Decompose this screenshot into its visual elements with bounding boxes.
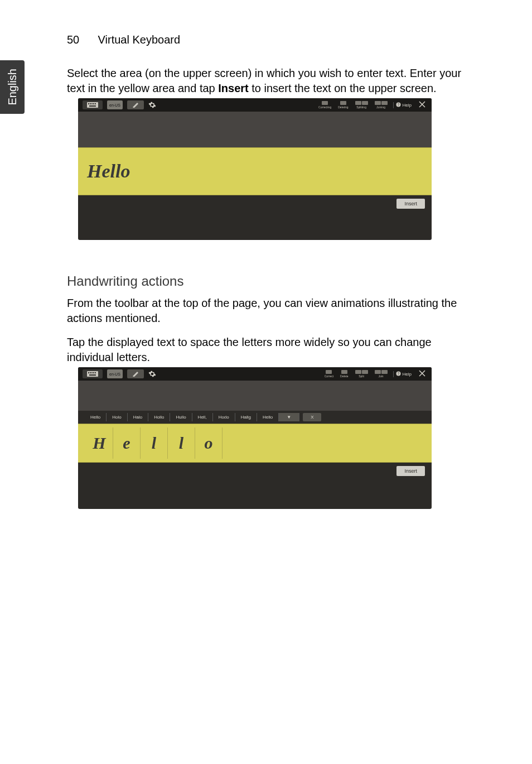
handwriting-input-area[interactable]: Hello <box>78 147 432 195</box>
help-icon-2: ? <box>396 371 401 377</box>
letter-cell[interactable]: l <box>168 427 195 459</box>
close-icon-2[interactable] <box>418 369 427 378</box>
section-title-handwriting-actions: Handwriting actions <box>67 273 183 289</box>
page-number: 50 <box>67 33 95 46</box>
action-joining-label: Joining <box>376 105 385 109</box>
svg-rect-6 <box>89 105 96 107</box>
handwritten-text: Hello <box>87 161 130 182</box>
action-deleting[interactable]: Deleting <box>337 101 349 109</box>
suggestion-item[interactable]: Hallg <box>235 413 257 421</box>
handwriting-empty-area[interactable] <box>304 424 432 463</box>
screenshot-handwriting-input: en-US Correcting Deleting Splitting Join… <box>78 98 432 240</box>
gear-icon[interactable] <box>148 101 156 109</box>
svg-rect-13 <box>90 372 91 373</box>
svg-rect-5 <box>95 103 96 104</box>
intro-text-2: to insert the text on the upper screen. <box>249 82 437 94</box>
svg-rect-15 <box>93 372 94 373</box>
language-button-2[interactable]: en-US <box>107 369 123 378</box>
action-join-label: Join <box>378 374 383 378</box>
action-splitting-label: Splitting <box>356 105 366 109</box>
letter-char: H <box>93 434 105 453</box>
suggestion-item[interactable]: Hodo <box>213 413 235 421</box>
svg-text:?: ? <box>397 371 399 375</box>
svg-rect-11 <box>87 371 98 377</box>
handwriting-toolbar-2: en-US Correct Delete Split Join ? He <box>78 367 432 381</box>
pen-mode-button-2[interactable] <box>127 369 144 378</box>
insert-button[interactable]: Insert <box>396 199 425 209</box>
suggestion-item[interactable]: Holo <box>107 413 127 421</box>
help-button-2[interactable]: ? Help <box>393 371 414 377</box>
para-tap-to-space: Tap the displayed text to space the lett… <box>67 335 465 365</box>
svg-rect-0 <box>87 102 98 108</box>
svg-rect-16 <box>95 372 96 373</box>
preview-area-2[interactable] <box>78 381 432 411</box>
suggestion-item[interactable]: Halo <box>128 413 148 421</box>
letter-char: l <box>152 434 156 453</box>
help-label: Help <box>403 103 412 108</box>
action-correcting[interactable]: Correcting <box>317 101 332 109</box>
screenshot-letter-spacing: en-US Correct Delete Split Join ? He <box>78 367 432 509</box>
suggestion-item[interactable]: Hell, <box>192 413 213 421</box>
letter-cell[interactable]: H <box>86 427 113 459</box>
letter-cell[interactable]: o <box>195 427 223 459</box>
preview-area[interactable] <box>78 112 432 147</box>
action-correct[interactable]: Correct <box>323 370 335 378</box>
action-delete-label: Delete <box>340 374 348 378</box>
page-header: 50 Virtual Keyboard <box>67 33 180 46</box>
action-joining[interactable]: Joining <box>374 101 389 109</box>
help-button[interactable]: ? Help <box>393 102 414 108</box>
intro-insert-bold: Insert <box>218 82 248 94</box>
action-split-label: Split <box>359 374 364 378</box>
action-deleting-label: Deleting <box>338 105 348 109</box>
suggestion-item[interactable]: Hello <box>85 413 107 421</box>
action-correct-label: Correct <box>325 374 333 378</box>
help-label-2: Help <box>403 372 412 377</box>
letter-char: o <box>205 434 213 453</box>
svg-rect-2 <box>90 103 91 104</box>
letter-char: e <box>123 434 130 453</box>
gear-icon-2[interactable] <box>148 370 156 378</box>
letter-cell[interactable]: l <box>141 427 168 459</box>
svg-rect-12 <box>88 372 89 373</box>
pen-mode-button[interactable] <box>127 100 144 109</box>
suggestion-more-dropdown[interactable]: ▼ <box>279 413 299 421</box>
handwriting-toolbar: en-US Correcting Deleting Splitting Join… <box>78 98 432 112</box>
help-icon: ? <box>396 102 401 108</box>
letter-cell[interactable]: e <box>113 427 141 459</box>
svg-rect-14 <box>91 372 93 373</box>
language-side-tab-label: English <box>6 69 19 105</box>
suggestion-item[interactable]: Hollo <box>148 413 170 421</box>
action-splitting[interactable]: Splitting <box>354 101 369 109</box>
svg-rect-1 <box>88 103 89 104</box>
keyboard-mode-button[interactable] <box>83 100 103 109</box>
action-join[interactable]: Join <box>374 370 389 378</box>
suggestion-item[interactable]: Hullo <box>170 413 192 421</box>
suggestion-item[interactable]: Hello <box>257 413 279 421</box>
svg-rect-3 <box>91 103 93 104</box>
para-toolbar-animations: From the toolbar at the top of the page,… <box>67 296 465 326</box>
svg-text:?: ? <box>397 102 399 106</box>
suggestion-bar: Hello Holo Halo Hollo Hullo Hell, Hodo H… <box>78 411 432 424</box>
language-side-tab: English <box>0 60 25 114</box>
keyboard-mode-button-2[interactable] <box>83 369 103 378</box>
section-2-paragraphs: From the toolbar at the top of the page,… <box>67 296 465 374</box>
action-split[interactable]: Split <box>354 370 369 378</box>
action-correcting-label: Correcting <box>318 105 331 109</box>
close-icon[interactable] <box>418 100 427 109</box>
svg-rect-17 <box>89 374 96 376</box>
insert-button-2[interactable]: Insert <box>396 466 425 476</box>
intro-paragraph: Select the area (on the upper screen) in… <box>67 66 465 96</box>
language-button[interactable]: en-US <box>107 100 123 109</box>
action-delete[interactable]: Delete <box>339 370 349 378</box>
letter-char: l <box>179 434 183 453</box>
svg-rect-4 <box>93 103 94 104</box>
handwriting-letters-area[interactable]: H e l l o <box>78 424 304 463</box>
page-title: Virtual Keyboard <box>98 33 181 46</box>
suggestion-clear-button[interactable]: X <box>303 413 321 421</box>
